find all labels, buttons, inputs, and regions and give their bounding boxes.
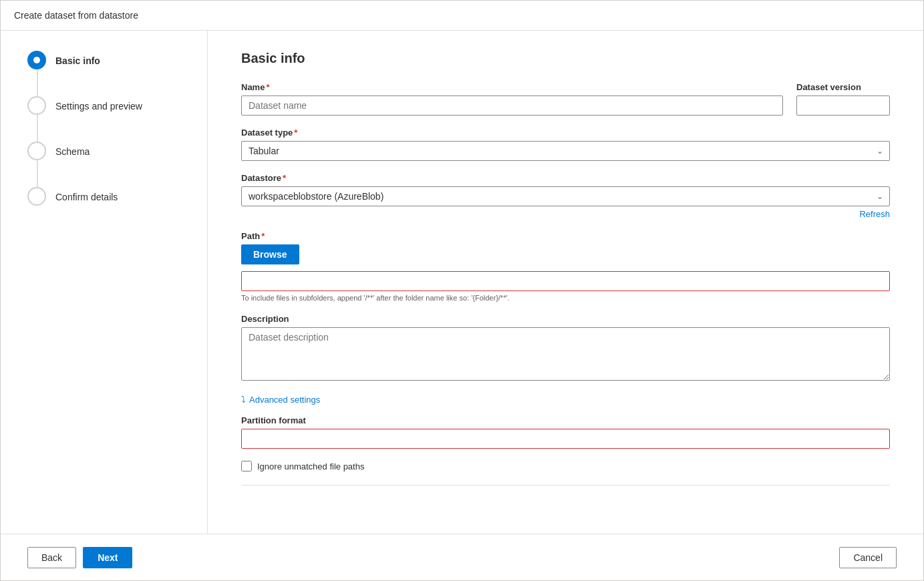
main-content: Basic info Name* Dataset version 1 Datas…	[208, 31, 923, 534]
step-row-basic-info: Basic info	[27, 51, 194, 69]
step-label-basic-info: Basic info	[55, 52, 100, 68]
step-row-schema: Schema	[27, 142, 194, 160]
dataset-type-group: Dataset type* Tabular File ⌄	[241, 128, 890, 161]
step-label-confirm: Confirm details	[55, 188, 118, 204]
version-label: Dataset version	[796, 82, 890, 92]
page-title: Create dataset from datastore	[14, 10, 138, 21]
next-button[interactable]: Next	[83, 547, 132, 568]
step-circle-schema	[27, 142, 46, 160]
advanced-settings-link[interactable]: ⤵ Advanced settings	[241, 395, 890, 405]
step-row-confirm: Confirm details	[27, 187, 194, 206]
step-circle-settings	[27, 96, 46, 115]
content-divider	[241, 485, 890, 486]
step-connector-1	[37, 69, 38, 96]
section-title: Basic info	[241, 51, 890, 66]
name-version-row: Name* Dataset version 1	[241, 82, 890, 116]
step-label-schema: Schema	[55, 143, 90, 159]
version-input: 1	[796, 95, 890, 116]
partition-format-input[interactable]: /{timestamp:yyy/MM/dd}/data.parquet	[241, 429, 890, 449]
ignore-unmatched-checkbox[interactable]	[241, 461, 252, 471]
dataset-type-select[interactable]: Tabular File	[241, 141, 890, 161]
name-group: Name*	[241, 82, 783, 116]
cancel-button[interactable]: Cancel	[839, 547, 897, 568]
description-textarea[interactable]	[241, 327, 890, 381]
name-input[interactable]	[241, 95, 783, 116]
browse-button[interactable]: Browse	[241, 244, 299, 264]
datastore-select[interactable]: workspaceblobstore (AzureBlob)	[241, 186, 890, 206]
version-group: Dataset version 1	[796, 82, 890, 116]
step-circle-basic-info	[27, 51, 46, 69]
page-header: Create dataset from datastore	[1, 1, 923, 31]
description-label: Description	[241, 314, 890, 324]
datastore-label: Datastore*	[241, 173, 890, 183]
ignore-unmatched-label[interactable]: Ignore unmatched file paths	[257, 461, 364, 471]
datastore-group: Datastore* workspaceblobstore (AzureBlob…	[241, 173, 890, 219]
name-label: Name*	[241, 82, 783, 92]
refresh-link[interactable]: Refresh	[241, 209, 890, 219]
dataset-type-select-wrapper: Tabular File ⌄	[241, 141, 890, 161]
datastore-select-wrapper: workspaceblobstore (AzureBlob) ⌄	[241, 186, 890, 206]
footer: Back Next Cancel	[1, 534, 923, 580]
back-button[interactable]: Back	[27, 547, 76, 568]
path-input[interactable]: NoaalsdFlorida/2019/**	[241, 271, 890, 291]
path-label: Path*	[241, 231, 890, 241]
partition-format-label: Partition format	[241, 415, 890, 425]
footer-left: Back Next	[27, 547, 132, 568]
chevron-down-icon: ⤵	[241, 395, 246, 405]
dataset-type-label: Dataset type*	[241, 128, 890, 138]
sidebar: Basic info Settings and preview Schema C…	[1, 31, 208, 534]
path-hint: To include files in subfolders, append '…	[241, 294, 890, 302]
partition-format-group: Partition format /{timestamp:yyy/MM/dd}/…	[241, 415, 890, 449]
step-connector-2	[37, 115, 38, 142]
step-circle-confirm	[27, 187, 46, 206]
path-group: Path* Browse NoaalsdFlorida/2019/** To i…	[241, 231, 890, 302]
step-row-settings: Settings and preview	[27, 96, 194, 115]
step-connector-3	[37, 160, 38, 187]
ignore-unmatched-row: Ignore unmatched file paths	[241, 461, 890, 471]
advanced-settings-label: Advanced settings	[249, 395, 320, 405]
step-label-settings: Settings and preview	[55, 98, 142, 114]
description-group: Description	[241, 314, 890, 383]
